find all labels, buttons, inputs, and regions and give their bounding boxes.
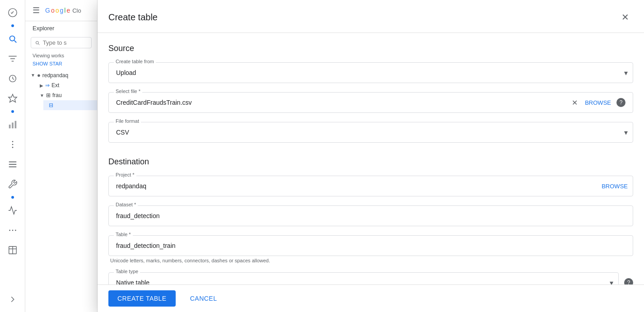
tree-dataset-arrow: ▼ (40, 93, 44, 98)
nav-table-icon[interactable] (4, 241, 22, 259)
tree-project-arrow: ▼ (31, 73, 35, 78)
file-browse-button[interactable]: BROWSE (581, 99, 615, 106)
nav-bar-chart2-icon[interactable] (4, 201, 22, 219)
svg-point-16 (15, 230, 16, 231)
destination-section: Destination Project BROWSE Dataset (108, 157, 633, 293)
viewing-workspace-text: Viewing works (25, 52, 97, 60)
create-table-from-field: Create table from Upload ▾ (108, 62, 633, 83)
file-input-row: CreditCardFraudsTrain.csv ✕ BROWSE ? (108, 92, 633, 113)
dialog-title: Create table (108, 12, 158, 23)
file-input-text: CreditCardFraudsTrain.csv (116, 99, 568, 106)
create-table-from-label: Create table from (114, 59, 156, 64)
dataset-input[interactable] (108, 205, 633, 226)
tree-ext-item[interactable]: ▶ ⇒ Ext (34, 80, 97, 90)
nav-list-icon[interactable] (4, 155, 22, 173)
source-section-title: Source (108, 44, 633, 53)
dialog-footer: CREATE TABLE CANCEL (98, 284, 644, 312)
show-starred-button[interactable]: SHOW STAR (25, 60, 97, 70)
nav-filter-icon[interactable] (4, 50, 22, 68)
source-section: Source Create table from Upload ▾ Select… (108, 44, 633, 143)
project-input[interactable] (108, 176, 633, 196)
svg-point-10 (12, 147, 13, 148)
table-input[interactable] (108, 235, 633, 256)
select-file-label: Select file (114, 88, 142, 94)
nav-dot3 (11, 196, 14, 199)
sidebar-search-icon (35, 40, 40, 46)
file-help-icon[interactable]: ? (616, 98, 625, 107)
svg-rect-11 (9, 162, 16, 163)
tree-table-item[interactable]: ⊟ (43, 100, 97, 110)
project-label: Project (114, 172, 136, 177)
svg-marker-4 (8, 94, 16, 102)
nav-search-icon[interactable] (4, 30, 22, 48)
create-table-dialog: Create table ✕ Source Create table from … (98, 0, 644, 312)
sidebar-search-section (25, 33, 97, 52)
svg-rect-7 (14, 121, 16, 129)
modal-overlay: Create table ✕ Source Create table from … (98, 0, 644, 312)
select-file-field: Select file CreditCardFraudsTrain.csv ✕ … (108, 92, 633, 113)
nav-expand-icon[interactable] (4, 290, 22, 308)
nav-history-icon[interactable] (4, 70, 22, 88)
nav-analytics-icon[interactable] (4, 4, 22, 22)
svg-rect-13 (9, 167, 16, 168)
close-dialog-button[interactable]: ✕ (617, 9, 633, 25)
svg-point-9 (12, 144, 13, 145)
svg-line-2 (14, 41, 16, 43)
file-format-field: File format CSV ▾ (108, 122, 633, 143)
main-content: Create table ✕ Source Create table from … (98, 0, 644, 312)
svg-line-21 (38, 43, 39, 44)
tree-dataset-label: frau (52, 92, 62, 98)
icon-rail (0, 0, 25, 312)
nav-dots2-icon[interactable] (4, 221, 22, 239)
svg-point-8 (12, 141, 13, 142)
nav-chart-icon[interactable] (4, 116, 22, 134)
tree-table-icon: ⊟ (49, 102, 53, 108)
explorer-label: Explorer (25, 21, 97, 33)
dataset-label: Dataset (114, 202, 138, 207)
google-logo: Google Clo (45, 7, 81, 14)
dialog-header: Create table ✕ (98, 0, 644, 33)
tree-project-icon: ● (37, 72, 41, 79)
svg-point-20 (36, 41, 38, 44)
svg-point-1 (9, 36, 14, 41)
dataset-field: Dataset (108, 205, 633, 226)
table-type-label: Table type (114, 269, 140, 274)
tree-project-label: redpandaq (42, 72, 68, 79)
sidebar: ☰ Google Clo Explorer Viewing works SHOW… (25, 0, 98, 312)
sidebar-search-box[interactable] (31, 37, 92, 48)
project-browse-button[interactable]: BROWSE (602, 183, 628, 190)
svg-rect-12 (9, 164, 16, 165)
tree-ext-icon: ⇒ (45, 82, 50, 88)
file-format-label: File format (114, 118, 141, 124)
svg-point-15 (12, 230, 13, 231)
create-table-from-select[interactable]: Upload (108, 62, 633, 83)
nav-dot-indicator (11, 24, 14, 27)
dialog-body: Source Create table from Upload ▾ Select… (98, 33, 644, 312)
tree-dataset-icon: ⊞ (46, 92, 51, 98)
create-table-button[interactable]: CREATE TABLE (108, 290, 176, 307)
nav-dots-icon[interactable] (4, 135, 22, 154)
table-field: Table Unicode letters, marks, numbers, c… (108, 235, 633, 263)
cancel-button[interactable]: CANCEL (181, 290, 226, 307)
svg-rect-6 (12, 122, 14, 128)
tree-dataset-item[interactable]: ▼ ⊞ frau (34, 90, 97, 100)
hamburger-menu-icon[interactable]: ☰ (33, 5, 40, 15)
nav-wrench-icon[interactable] (4, 175, 22, 193)
sidebar-search-input[interactable] (43, 39, 88, 46)
tree-ext-arrow: ▶ (40, 83, 43, 88)
svg-point-14 (9, 230, 10, 231)
project-field: Project BROWSE (108, 176, 633, 196)
table-label: Table (114, 232, 133, 237)
nav-spark-icon[interactable] (4, 89, 22, 107)
destination-section-title: Destination (108, 157, 633, 167)
tree-children: ▶ ⇒ Ext ▼ ⊞ frau ⊟ (25, 80, 97, 110)
table-hint-text: Unicode letters, marks, numbers, connect… (108, 258, 633, 263)
tree-project-item[interactable]: ▼ ● redpandaq (25, 70, 97, 80)
file-clear-button[interactable]: ✕ (568, 98, 581, 107)
tree-table-children: ⊟ (34, 100, 97, 110)
svg-rect-5 (9, 125, 10, 128)
sidebar-header: ☰ Google Clo (25, 0, 97, 21)
nav-dot2 (11, 110, 14, 113)
file-format-select[interactable]: CSV (108, 122, 633, 143)
tree-ext-label: Ext (51, 82, 59, 88)
